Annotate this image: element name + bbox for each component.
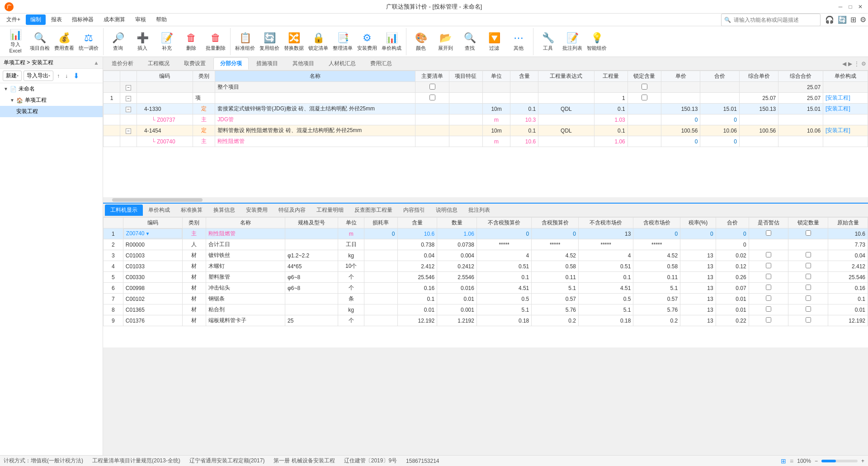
locked-qty-checkbox[interactable] <box>806 263 811 268</box>
tab-sections[interactable]: 分部分项 <box>213 57 249 70</box>
estimated-checkbox[interactable] <box>766 230 771 236</box>
bottom-tab-unit-comp[interactable]: 单价构成 <box>143 204 175 216</box>
tab-project-overview[interactable]: 工程概况 <box>141 57 176 70</box>
import-excel-button[interactable]: 📊 导入Excel <box>4 29 27 54</box>
locked-qty-checkbox[interactable] <box>806 295 811 301</box>
search-input[interactable] <box>734 17 815 23</box>
supplement-button[interactable]: 📝 补充 <box>155 29 179 54</box>
minimize-button[interactable]: ─ <box>837 4 844 10</box>
search-box[interactable]: 🔍 <box>721 14 821 26</box>
bottom-tab-notes[interactable]: 说明信息 <box>430 204 463 216</box>
bottom-tab-materials[interactable]: 工料机显示 <box>105 204 143 216</box>
bottom-tab-check-qty[interactable]: 反查图形工程量 <box>349 204 398 216</box>
other-button[interactable]: ⋯ 其他 <box>507 29 530 54</box>
delete-button[interactable]: 🗑 删除 <box>179 29 203 54</box>
row-expand[interactable]: − <box>120 104 137 114</box>
close-button[interactable]: ✕ <box>857 4 863 10</box>
settings-icon[interactable]: ⚙ <box>860 15 866 24</box>
query-button[interactable]: 🔎 查询 <box>106 29 130 54</box>
tree-item-root[interactable]: ▼ 📄 未命名 <box>0 83 103 95</box>
batch-delete-button[interactable]: 🗑 批量删除 <box>204 29 227 54</box>
tab-fee-settings[interactable]: 取费设置 <box>177 57 212 70</box>
bottom-tab-qty-detail[interactable]: 工程量明细 <box>311 204 349 216</box>
lock-list-button[interactable]: 🔒 锁定清单 <box>307 29 330 54</box>
tab-more-button[interactable]: ⋮ <box>854 61 859 67</box>
download-button[interactable]: ⬇ <box>71 71 81 81</box>
std-price-button[interactable]: 📋 标准组价 <box>233 29 257 54</box>
zoom-slider[interactable] <box>821 460 858 462</box>
tab-fee-summary[interactable]: 费用汇总 <box>363 57 399 70</box>
dropdown-icon[interactable]: ▼ <box>146 231 150 236</box>
main-list-checkbox[interactable] <box>429 95 435 100</box>
smart-price-button[interactable]: 💡 智能组价 <box>585 29 609 54</box>
locked-qty-checkbox[interactable] <box>806 317 811 323</box>
menu-cost[interactable]: 成本测算 <box>99 14 130 25</box>
tab-prev-button[interactable]: ◀ <box>842 61 846 67</box>
menu-edit[interactable]: 编制 <box>26 14 46 25</box>
expand-collapse-icon[interactable]: − <box>126 128 131 134</box>
estimated-checkbox[interactable] <box>766 285 771 290</box>
tree-item-project[interactable]: ▼ 🏠 单项工程 <box>0 95 103 106</box>
row-expand[interactable]: − <box>120 93 137 104</box>
project-check-button[interactable]: 🔍 项目自检 <box>28 29 52 54</box>
tab-settings-button[interactable]: ⚙ <box>861 61 866 67</box>
menu-report[interactable]: 报表 <box>47 14 66 25</box>
estimated-checkbox[interactable] <box>766 317 771 323</box>
tab-cost-analysis[interactable]: 造价分析 <box>105 57 140 70</box>
window-controls[interactable]: ─ □ ✕ <box>837 4 863 10</box>
bottom-tab-install-fee[interactable]: 安装费用 <box>241 204 273 216</box>
bottom-tab-comments[interactable]: 批注列表 <box>463 204 495 216</box>
expand-button[interactable]: 📂 展开到 <box>434 29 457 54</box>
import-export-button[interactable]: 导入导出- <box>24 71 53 81</box>
tab-labor-material[interactable]: 人材机汇总 <box>322 57 363 70</box>
horizontal-scrollbar[interactable] <box>103 197 868 203</box>
maximize-button[interactable]: □ <box>847 4 854 10</box>
filter-button[interactable]: 🔽 过滤 <box>482 29 506 54</box>
tab-measures[interactable]: 措施项目 <box>250 57 285 70</box>
reuse-price-button[interactable]: 🔄 复用组价 <box>258 29 281 54</box>
menu-index[interactable]: 指标神器 <box>67 14 98 25</box>
bottom-tab-content-ref[interactable]: 内容指引 <box>398 204 430 216</box>
menu-file[interactable]: 文件+ <box>2 14 25 25</box>
estimated-checkbox[interactable] <box>766 263 771 268</box>
bottom-tab-std-convert[interactable]: 标准换算 <box>175 204 208 216</box>
collapse-sidebar-button[interactable]: ▲ <box>94 60 99 66</box>
estimated-checkbox[interactable] <box>766 252 771 257</box>
estimated-checkbox[interactable] <box>766 274 771 279</box>
expand-collapse-icon[interactable]: − <box>126 107 131 112</box>
insert-button[interactable]: ➕ 插入 <box>131 29 154 54</box>
tab-next-button[interactable]: ▶ <box>848 61 852 67</box>
locked-qty-checkbox[interactable] <box>642 84 647 90</box>
estimated-checkbox[interactable] <box>766 295 771 301</box>
comment-list-button[interactable]: 📝 批注列表 <box>561 29 584 54</box>
view-list-icon[interactable]: ≡ <box>790 457 793 465</box>
view-grid-icon[interactable]: ⊞ <box>781 457 786 465</box>
find-button[interactable]: 🔍 查找 <box>458 29 481 54</box>
unit-price-button[interactable]: 📊 单价构成 <box>380 29 403 54</box>
row-expand[interactable]: − <box>120 82 137 93</box>
locked-qty-checkbox[interactable] <box>806 306 811 312</box>
grid-icon[interactable]: ⊞ <box>850 15 856 24</box>
refresh-icon[interactable]: 🔄 <box>838 15 847 24</box>
fee-view-button[interactable]: 💰 费用查看 <box>52 29 76 54</box>
locked-qty-checkbox[interactable] <box>806 230 811 236</box>
headset-icon[interactable]: 🎧 <box>825 15 834 24</box>
tools-button[interactable]: 🔧 工具 <box>536 29 560 54</box>
tab-other[interactable]: 其他项目 <box>286 57 321 70</box>
install-fee-button[interactable]: ⚙ 安装费用 <box>355 29 379 54</box>
bt-row-code[interactable]: Z00740 ▼ <box>123 228 183 238</box>
expand-collapse-icon[interactable]: − <box>126 85 131 90</box>
row-expand[interactable]: − <box>120 125 137 136</box>
locked-qty-checkbox[interactable] <box>806 252 811 257</box>
new-button[interactable]: 新建- <box>3 71 22 81</box>
expand-collapse-icon[interactable]: − <box>126 96 131 101</box>
locked-qty-checkbox[interactable] <box>806 285 811 290</box>
move-down-button[interactable]: ↓ <box>63 72 70 80</box>
color-button[interactable]: 🎨 颜色 <box>409 29 433 54</box>
move-up-button[interactable]: ↑ <box>55 72 61 80</box>
locked-qty-checkbox[interactable] <box>806 274 811 279</box>
bottom-tab-convert-info[interactable]: 换算信息 <box>208 204 241 216</box>
sort-list-button[interactable]: 📑 整理清单 <box>331 29 354 54</box>
bottom-tab-features[interactable]: 特征及内容 <box>273 204 311 216</box>
zoom-in-button[interactable]: + <box>861 458 864 464</box>
